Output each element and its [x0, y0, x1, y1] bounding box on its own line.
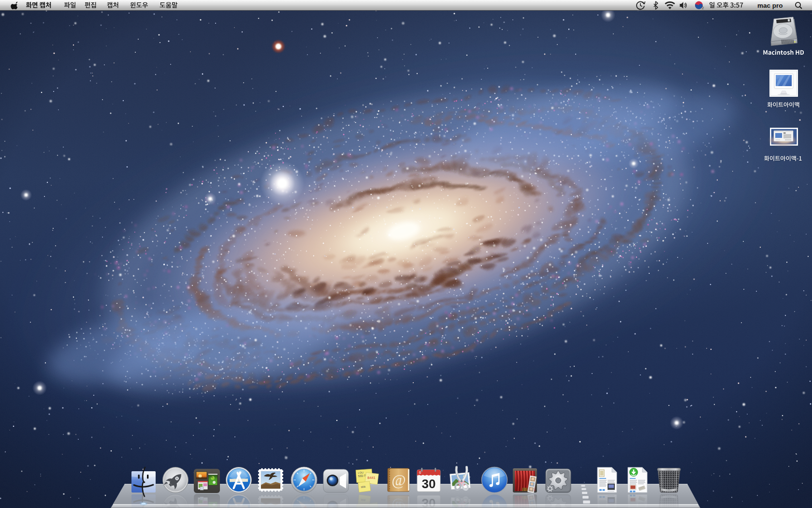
svg-text:mac pro: mac pro	[757, 2, 783, 9]
svg-text:2: 2	[702, 6, 704, 10]
